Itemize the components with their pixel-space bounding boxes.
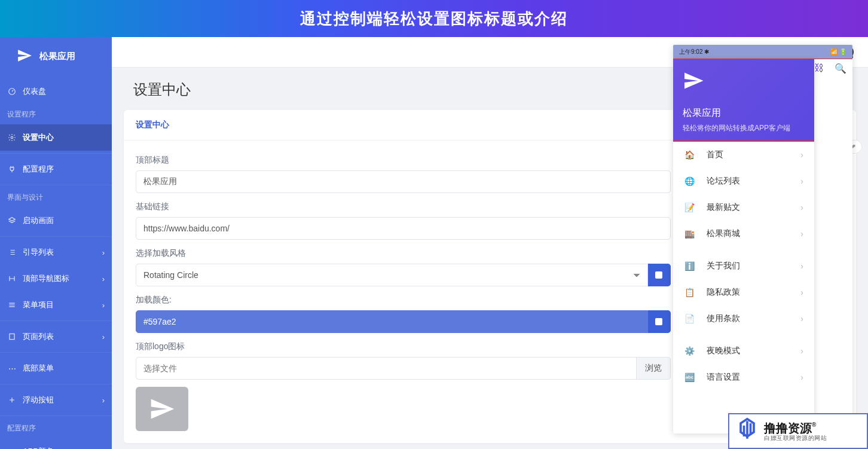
sidebar-item-bottom-menu[interactable]: ⋯ 底部菜单 — [0, 355, 112, 381]
sidebar-section-ui: 界面与设计 — [0, 188, 112, 207]
color-picker-button[interactable] — [648, 310, 671, 333]
sidebar-item-label: 页面列表 — [23, 331, 54, 342]
watermark: 撸撸资源® 白嫖互联网资源的网站 — [728, 413, 868, 449]
chevron-right-icon: › — [800, 203, 803, 212]
drawer-title: 松果应用 — [683, 107, 805, 120]
sidebar-item-dashboard[interactable]: 仪表盘 — [0, 78, 112, 105]
drawer-item-label: 最新贴文 — [707, 202, 740, 213]
sidebar-item-label: 顶部导航图标 — [23, 273, 69, 284]
chevron-right-icon: › — [102, 248, 105, 257]
post-icon: 📝 — [684, 203, 695, 212]
search-icon[interactable]: 🔍 — [835, 63, 846, 74]
drawer-item-label: 语言设置 — [707, 372, 740, 383]
drawer-item-shop[interactable]: 🏬松果商城› — [673, 221, 814, 247]
label-load-color: 加载颜色: — [136, 295, 671, 306]
chevron-right-icon: › — [800, 150, 803, 160]
chevron-right-icon: › — [102, 332, 105, 341]
status-icons: 📶 🔋 — [830, 48, 846, 55]
color-swatch-icon — [655, 318, 662, 325]
drawer-item-label: 关于我们 — [707, 261, 740, 271]
chevron-right-icon: › — [800, 229, 803, 239]
sidebar-section-config2: 配置程序 — [0, 419, 112, 438]
list-icon — [7, 248, 17, 257]
page-icon — [7, 332, 17, 341]
sidebar-item-menu-items[interactable]: 菜单项目 › — [0, 292, 112, 318]
privacy-icon: 📋 — [684, 288, 695, 297]
chevron-right-icon: › — [102, 274, 105, 283]
sidebar-item-label: 引导列表 — [23, 247, 54, 258]
sidebar-section-settings: 设置程序 — [0, 105, 112, 124]
sidebar-item-label: APP颜色 — [23, 446, 54, 449]
drawer-item-forum[interactable]: 🌐论坛列表› — [673, 168, 814, 194]
svg-point-1 — [11, 136, 13, 139]
chevron-right-icon: › — [800, 314, 803, 323]
sidebar: 松果应用 仪表盘 设置程序 设置中心 配置程序 界面与设计 启动画面 引导列表 … — [0, 37, 112, 449]
language-icon: 🔤 — [684, 372, 695, 382]
dots-icon: ⋯ — [7, 364, 17, 373]
sidebar-item-label: 菜单项目 — [23, 300, 54, 310]
chevron-right-icon: › — [800, 346, 803, 356]
sidebar-item-settings-center[interactable]: 设置中心 — [0, 124, 112, 151]
drawer-item-language[interactable]: 🔤语言设置› — [673, 364, 814, 390]
drawer-subtitle: 轻松将你的网站转换成APP客户端 — [683, 123, 805, 133]
info-icon: ℹ️ — [684, 261, 695, 271]
wrench-icon — [7, 447, 17, 449]
drawer-item-home[interactable]: 🏠首页› — [673, 142, 814, 168]
registered-icon: ® — [812, 421, 816, 428]
banner-title: 通过控制端轻松设置图标标题或介绍 — [300, 8, 568, 29]
sidebar-item-config[interactable]: 配置程序 — [0, 156, 112, 182]
watermark-logo-icon — [734, 417, 760, 445]
browse-button[interactable]: 浏览 — [637, 357, 671, 380]
share-icon[interactable]: ⛓ — [814, 63, 824, 74]
drawer-item-label: 首页 — [707, 149, 723, 160]
menu-icon — [7, 300, 17, 310]
header-icon — [7, 274, 17, 283]
watermark-subtitle: 白嫖互联网资源的网站 — [764, 435, 827, 441]
drawer-item-about[interactable]: ℹ️关于我们› — [673, 253, 814, 279]
svg-rect-2 — [10, 334, 14, 339]
plus-icon — [7, 395, 17, 405]
drawer-item-posts[interactable]: 📝最新贴文› — [673, 194, 814, 221]
sidebar-item-fab[interactable]: 浮动按钮 › — [0, 387, 112, 413]
square-icon — [655, 271, 662, 279]
sidebar-item-label: 设置中心 — [23, 132, 54, 143]
phone-statusbar: 上午9:02 ✱ 📶 🔋 — [673, 45, 852, 59]
input-top-title[interactable] — [136, 170, 671, 193]
drawer-item-label: 松果商城 — [707, 228, 740, 239]
input-load-color[interactable] — [136, 310, 648, 333]
sidebar-item-page-list[interactable]: 页面列表 › — [0, 323, 112, 350]
top-banner: 通过控制端轻松设置图标标题或介绍 — [0, 0, 868, 37]
drawer-item-night[interactable]: ⚙️夜晚模式› — [673, 338, 814, 364]
status-time: 上午9:02 — [679, 48, 702, 55]
terms-icon: 📄 — [684, 314, 695, 323]
drawer-item-terms[interactable]: 📄使用条款› — [673, 306, 814, 332]
brand[interactable]: 松果应用 — [0, 37, 112, 78]
chevron-right-icon: › — [800, 372, 803, 382]
chevron-right-icon: › — [800, 176, 803, 186]
paper-plane-icon — [17, 48, 32, 65]
plug-icon — [7, 164, 17, 174]
sidebar-item-guide-list[interactable]: 引导列表 › — [0, 239, 112, 265]
logo-preview — [136, 387, 188, 431]
sidebar-item-top-nav-icon[interactable]: 顶部导航图标 › — [0, 265, 112, 292]
forum-icon: 🌐 — [684, 176, 695, 186]
drawer-header: 松果应用 轻松将你的网站转换成APP客户端 — [673, 59, 814, 142]
chevron-right-icon: › — [102, 396, 105, 405]
shop-icon: 🏬 — [684, 229, 695, 239]
drawer-item-label: 使用条款 — [707, 313, 740, 324]
gear-icon — [7, 133, 17, 142]
sidebar-item-label: 底部菜单 — [23, 363, 54, 374]
home-icon: 🏠 — [684, 150, 695, 160]
select-load-style[interactable]: Rotating Circle — [136, 264, 648, 286]
sidebar-item-app-color[interactable]: APP颜色 — [0, 438, 112, 449]
sidebar-item-splash[interactable]: 启动画面 — [0, 207, 112, 234]
preview-button[interactable] — [648, 264, 671, 286]
chevron-right-icon: › — [800, 261, 803, 271]
brand-name: 松果应用 — [39, 51, 75, 62]
phone-preview: 上午9:02 ✱ 📶 🔋 松果应用 轻松将你的网站转换成APP客户端 🏠首页› … — [673, 45, 852, 433]
input-base-link[interactable] — [136, 217, 671, 240]
input-logo-file[interactable] — [136, 357, 637, 380]
chevron-right-icon: › — [102, 301, 105, 310]
drawer-item-privacy[interactable]: 📋隐私政策› — [673, 279, 814, 306]
sidebar-item-label: 浮动按钮 — [23, 395, 54, 405]
